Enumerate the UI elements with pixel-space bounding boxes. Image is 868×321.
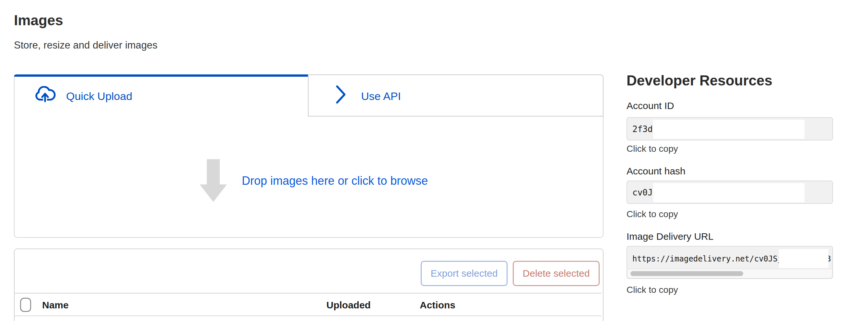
developer-resources-heading: Developer Resources <box>626 72 772 89</box>
image-delivery-url-label: Image Delivery URL <box>626 231 713 242</box>
redaction-overlay <box>653 183 804 202</box>
page-title: Images <box>14 12 63 29</box>
image-delivery-url-copy-hint: Click to copy <box>626 285 678 295</box>
account-id-label: Account ID <box>626 100 674 111</box>
account-id-value: 2f3d <box>632 124 653 134</box>
horizontal-scrollbar-track[interactable] <box>628 269 832 278</box>
column-header-name: Name <box>42 300 69 311</box>
tab-quick-upload[interactable]: Quick Upload <box>66 90 132 103</box>
account-hash-copy-hint: Click to copy <box>626 209 678 219</box>
chevron-right-icon <box>335 85 347 106</box>
image-delivery-url-field[interactable]: https://imagedelivery.net/cv0JSj 3 <box>626 246 833 279</box>
export-selected-button[interactable]: Export selected <box>421 261 507 286</box>
account-id-field[interactable]: 2f3d <box>626 117 833 140</box>
horizontal-scrollbar-thumb[interactable] <box>630 271 743 276</box>
column-header-actions: Actions <box>420 300 455 311</box>
redaction-overlay <box>653 120 804 139</box>
account-hash-field[interactable]: cv0J <box>626 181 833 204</box>
account-id-copy-hint: Click to copy <box>626 144 678 154</box>
redaction-overlay <box>779 249 829 268</box>
account-hash-value: cv0J <box>632 188 653 198</box>
select-all-checkbox[interactable] <box>20 298 31 312</box>
cloud-upload-icon <box>34 86 56 104</box>
dropzone-label[interactable]: Drop images here or click to browse <box>242 174 428 188</box>
tab-quick-upload-active-indicator <box>14 74 308 77</box>
column-header-uploaded: Uploaded <box>327 300 371 311</box>
header-row-divider <box>14 316 601 316</box>
download-arrow-icon <box>200 159 227 203</box>
tab-use-api-label[interactable]: Use API <box>361 90 401 103</box>
toolbar-divider <box>14 293 601 293</box>
images-page: Images Store, resize and deliver images … <box>0 0 868 321</box>
account-hash-label: Account hash <box>626 166 685 177</box>
delete-selected-button[interactable]: Delete selected <box>513 261 600 286</box>
tab-use-api[interactable] <box>308 74 603 116</box>
image-delivery-url-value: https://imagedelivery.net/cv0JSj <box>632 254 782 263</box>
page-subtitle: Store, resize and deliver images <box>14 39 157 51</box>
